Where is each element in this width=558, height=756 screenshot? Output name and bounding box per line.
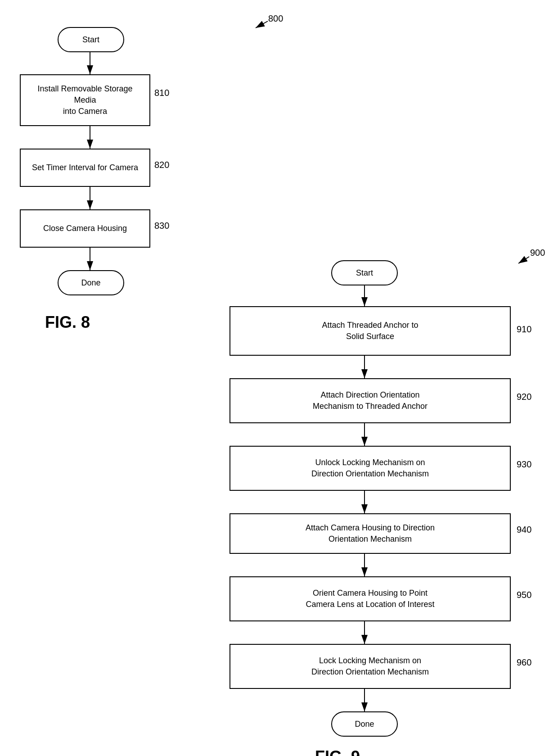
fig9-start-node: Start	[331, 260, 398, 285]
fig9-done-node: Done	[331, 711, 398, 737]
diagram-container: 800 Start 810 Install Removable Storage …	[0, 0, 558, 756]
fig9-step940-num: 940	[517, 525, 531, 535]
fig8-label: FIG. 8	[45, 313, 90, 332]
fig9-ref-number: 900	[530, 248, 545, 258]
svg-line-12	[256, 21, 268, 28]
fig8-step820-node: Set Timer Interval for Camera	[20, 149, 150, 187]
fig9-step920-num: 920	[517, 392, 531, 402]
fig9-step960-num: 960	[517, 657, 531, 668]
fig8-ref-number: 800	[268, 14, 283, 24]
fig8-step830-num: 830	[154, 221, 169, 231]
fig9-step930-node: Unlock Locking Mechanism on Direction Or…	[230, 446, 511, 491]
fig8-done-node: Done	[58, 270, 124, 295]
fig8-step810-node: Install Removable Storage Media into Cam…	[20, 74, 150, 126]
fig9-label: FIG. 9	[315, 747, 360, 756]
fig8-start-node: Start	[58, 27, 124, 52]
fig9-step910-node: Attach Threaded Anchor to Solid Surface	[230, 306, 511, 356]
fig9-step920-node: Attach Direction Orientation Mechanism t…	[230, 378, 511, 423]
fig9-step910-num: 910	[517, 324, 531, 335]
svg-line-13	[518, 257, 529, 263]
fig8-step820-num: 820	[154, 160, 169, 170]
fig8-step810-num: 810	[154, 88, 169, 98]
fig9-step950-num: 950	[517, 590, 531, 600]
fig9-step960-node: Lock Locking Mechanism on Direction Orie…	[230, 644, 511, 689]
fig8-step830-node: Close Camera Housing	[20, 209, 150, 248]
fig9-step940-node: Attach Camera Housing to Direction Orien…	[230, 513, 511, 554]
fig9-step950-node: Orient Camera Housing to Point Camera Le…	[230, 576, 511, 621]
fig9-step930-num: 930	[517, 459, 531, 470]
